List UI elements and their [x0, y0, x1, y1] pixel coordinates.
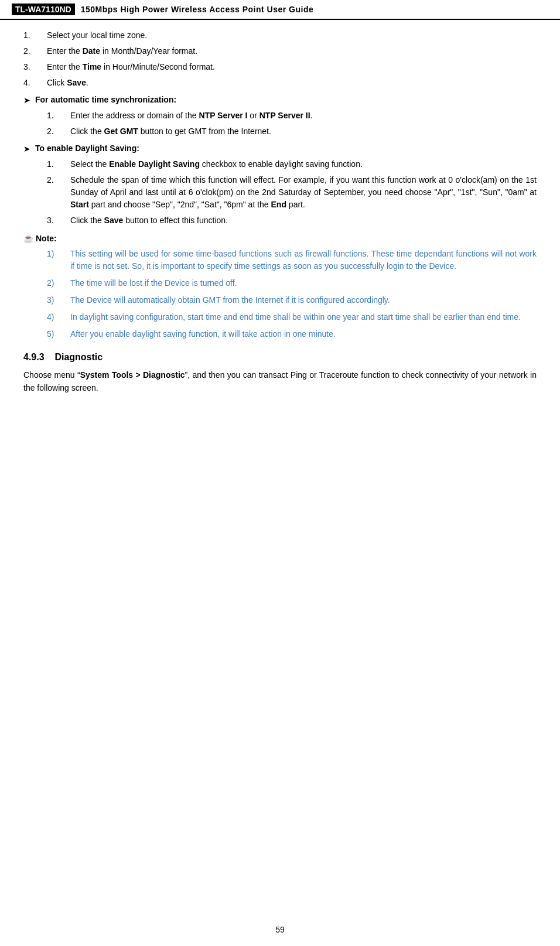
- note-item-text: This setting will be used for some time-…: [70, 248, 537, 272]
- daylight-section-header: ➤ To enable Daylight Saving:: [23, 144, 537, 153]
- list-item: 1.Select the Enable Daylight Saving chec…: [47, 158, 537, 170]
- section-493-heading: Diagnostic: [54, 352, 103, 362]
- list-item: 1)This setting will be used for some tim…: [47, 248, 537, 272]
- page-wrapper: TL-WA7110ND 150Mbps High Power Wireless …: [0, 0, 560, 946]
- step-number: 2.: [47, 125, 70, 138]
- main-content: 1.Select your local time zone.2.Enter th…: [0, 29, 560, 423]
- step-number: 1.: [47, 110, 70, 122]
- arrow-icon: ➤: [23, 95, 30, 105]
- step-number: 1.: [23, 29, 47, 42]
- note-item-number: 5): [47, 328, 70, 340]
- list-item: 3.Click the Save button to effect this f…: [47, 214, 537, 227]
- auto-sync-label: For automatic time synchronization:: [35, 95, 176, 104]
- step-text: Schedule the span of time which this fun…: [70, 174, 537, 211]
- list-item: 5)After you enable daylight saving funct…: [47, 328, 537, 340]
- section-493-title: 4.9.3 Diagnostic: [23, 352, 537, 363]
- list-item: 4.Click Save.: [23, 77, 537, 89]
- step-number: 3.: [47, 214, 70, 227]
- note-icon: ☕: [23, 234, 33, 243]
- note-item-text: In daylight saving configuration, start …: [70, 311, 537, 323]
- auto-sync-steps: 1.Enter the address or domain of the NTP…: [47, 110, 537, 138]
- list-item: 2.Enter the Date in Month/Day/Year forma…: [23, 45, 537, 57]
- model-label: TL-WA7110ND: [12, 4, 75, 15]
- step-text: Click Save.: [47, 77, 537, 89]
- step-number: 2.: [23, 45, 47, 57]
- list-item: 1.Select your local time zone.: [23, 29, 537, 42]
- section-493-paragraph: Choose menu “System Tools > Diagnostic”,…: [23, 368, 537, 395]
- note-item-text: After you enable daylight saving functio…: [70, 328, 537, 340]
- list-item: 3.Enter the Time in Hour/Minute/Second f…: [23, 61, 537, 73]
- step-text: Enter the address or domain of the NTP S…: [70, 110, 537, 122]
- daylight-label: To enable Daylight Saving:: [35, 144, 139, 153]
- note-item-number: 2): [47, 277, 70, 289]
- step-text: Enter the Time in Hour/Minute/Second for…: [47, 61, 537, 73]
- step-text: Click the Save button to effect this fun…: [70, 214, 537, 227]
- section-493-num: 4.9.3: [23, 352, 45, 362]
- arrow-icon-2: ➤: [23, 144, 30, 153]
- auto-sync-section-header: ➤ For automatic time synchronization:: [23, 95, 537, 105]
- list-item: 1.Enter the address or domain of the NTP…: [47, 110, 537, 122]
- page-footer: 59: [0, 925, 560, 934]
- note-label-text: Note:: [36, 234, 57, 243]
- guide-title: 150Mbps High Power Wireless Access Point…: [81, 5, 314, 14]
- note-item-text: The Device will automatically obtain GMT…: [70, 294, 537, 306]
- list-item: 3)The Device will automatically obtain G…: [47, 294, 537, 306]
- page-number: 59: [275, 925, 285, 934]
- list-item: 2.Schedule the span of time which this f…: [47, 174, 537, 211]
- list-item: 4)In daylight saving configuration, star…: [47, 311, 537, 323]
- step-text: Select the Enable Daylight Saving checkb…: [70, 158, 537, 170]
- step-text: Select your local time zone.: [47, 29, 537, 42]
- step-text: Enter the Date in Month/Day/Year format.: [47, 45, 537, 57]
- note-label-container: ☕ Note:: [23, 234, 537, 243]
- page-header: TL-WA7110ND 150Mbps High Power Wireless …: [0, 0, 560, 20]
- step-number: 4.: [23, 77, 47, 89]
- note-item-number: 3): [47, 294, 70, 306]
- list-item: 2.Click the Get GMT button to get GMT fr…: [47, 125, 537, 138]
- list-item: 2)The time will be lost if the Device is…: [47, 277, 537, 289]
- note-item-number: 1): [47, 248, 70, 272]
- note-item-text: The time will be lost if the Device is t…: [70, 277, 537, 289]
- step-number: 2.: [47, 174, 70, 211]
- daylight-steps: 1.Select the Enable Daylight Saving chec…: [47, 158, 537, 227]
- main-steps-list: 1.Select your local time zone.2.Enter th…: [23, 29, 537, 89]
- step-text: Click the Get GMT button to get GMT from…: [70, 125, 537, 138]
- note-list: 1)This setting will be used for some tim…: [47, 248, 537, 340]
- step-number: 3.: [23, 61, 47, 73]
- note-item-number: 4): [47, 311, 70, 323]
- step-number: 1.: [47, 158, 70, 170]
